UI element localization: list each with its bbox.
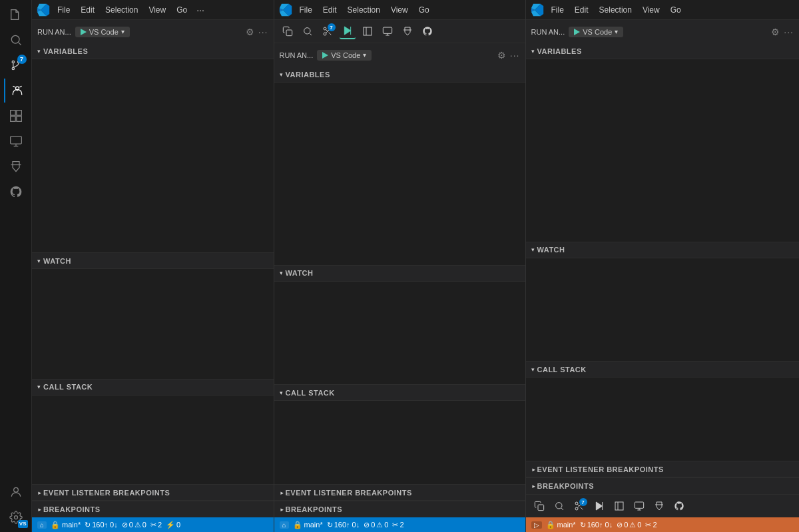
- flask-icon-right[interactable]: [651, 498, 667, 514]
- menu-item-edit-right[interactable]: Edit: [569, 4, 594, 16]
- status-debug-middle[interactable]: ✂2: [392, 521, 403, 529]
- menu-item-go-middle[interactable]: Go: [413, 4, 435, 16]
- run-config-button-right[interactable]: VS Code ▾: [569, 27, 623, 37]
- svg-rect-46: [635, 502, 643, 508]
- callstack-header-middle[interactable]: ▾ CALL STACK: [274, 385, 525, 401]
- gear-icon-middle[interactable]: ⚙: [497, 50, 506, 61]
- activity-icon-settings[interactable]: VS: [4, 505, 28, 529]
- status-remote-middle[interactable]: ⌂: [280, 521, 289, 529]
- breakpoints-header-right[interactable]: ▾ BREAKPOINTS: [526, 478, 800, 494]
- dots-icon-middle[interactable]: ···: [510, 50, 520, 61]
- menu-item-view-right[interactable]: View: [637, 4, 665, 16]
- breakpoints-header-left[interactable]: ▾ BREAKPOINTS: [32, 501, 274, 517]
- event-listener-section-middle: ▾ EVENT LISTENER BREAKPOINTS: [274, 485, 525, 501]
- watch-header-left[interactable]: ▾ WATCH: [32, 253, 274, 269]
- activity-icon-explorer[interactable]: [4, 3, 28, 27]
- event-listener-header-middle[interactable]: ▾ EVENT LISTENER BREAKPOINTS: [274, 485, 525, 501]
- run-config-button-left[interactable]: VS Code ▾: [75, 27, 130, 37]
- menu-item-view-left[interactable]: View: [143, 4, 171, 16]
- menu-item-file-left[interactable]: File: [52, 4, 75, 16]
- svg-point-37: [575, 502, 578, 505]
- layout-icon-middle[interactable]: [360, 23, 376, 39]
- menu-item-selection-left[interactable]: Selection: [100, 4, 143, 16]
- layout2-icon-right[interactable]: [631, 498, 647, 514]
- callstack-header-left[interactable]: ▾ CALL STACK: [32, 380, 274, 396]
- run-config-button-middle[interactable]: VS Code ▾: [317, 50, 372, 61]
- watch-header-middle[interactable]: ▾ WATCH: [274, 266, 525, 282]
- scissors-badge-icon-right[interactable]: 7: [571, 498, 587, 514]
- event-listener-title-middle: EVENT LISTENER BREAKPOINTS: [286, 489, 412, 497]
- layout2-icon-middle[interactable]: [380, 23, 396, 39]
- menu-item-selection-middle[interactable]: Selection: [342, 4, 386, 16]
- status-sync-right[interactable]: ↻160↑ 0↓: [580, 521, 613, 529]
- menu-item-edit-middle[interactable]: Edit: [318, 4, 342, 16]
- gear-icon-right[interactable]: ⚙: [771, 27, 780, 37]
- menu-item-go-right[interactable]: Go: [665, 4, 686, 16]
- activity-icon-remote[interactable]: [4, 129, 28, 153]
- menu-item-selection-right[interactable]: Selection: [594, 4, 637, 16]
- dots-icon-left[interactable]: ···: [258, 27, 268, 37]
- callstack-title-right: CALL STACK: [537, 366, 587, 374]
- variables-header-middle[interactable]: ▾ VARIABLES: [274, 67, 525, 83]
- variables-header-left[interactable]: ▾ VARIABLES: [32, 43, 274, 59]
- search-icon-right[interactable]: [551, 498, 567, 514]
- svg-rect-9: [16, 111, 21, 116]
- menu-item-edit-left[interactable]: Edit: [75, 4, 100, 16]
- flask-icon-middle[interactable]: [400, 23, 415, 39]
- variables-content-middle: [274, 83, 525, 265]
- activity-icon-test[interactable]: [4, 154, 28, 178]
- menu-dots-left[interactable]: ···: [192, 3, 208, 17]
- watch-header-right[interactable]: ▾ WATCH: [526, 242, 800, 258]
- menu-item-file-right[interactable]: File: [546, 4, 569, 16]
- status-errors-right[interactable]: ⊘0⚠0: [617, 521, 641, 529]
- activity-icon-extensions[interactable]: [4, 104, 28, 128]
- status-debug-right[interactable]: ✂2: [645, 521, 657, 529]
- breakpoints-section-left: ▾ BREAKPOINTS: [32, 501, 274, 517]
- status-branch-right[interactable]: 🔒main*: [546, 521, 576, 529]
- copy-icon-right[interactable]: [531, 498, 547, 514]
- variables-title-left: VARIABLES: [43, 47, 88, 55]
- config-label-middle: VS Code: [331, 51, 360, 59]
- event-listener-header-right[interactable]: ▾ EVENT LISTENER BREAKPOINTS: [526, 461, 800, 477]
- scissors-badge-icon-middle[interactable]: 7: [320, 23, 336, 39]
- menu-item-view-middle[interactable]: View: [386, 4, 413, 16]
- github-icon-right[interactable]: [671, 498, 687, 514]
- copy-icon-middle[interactable]: [280, 23, 296, 39]
- menu-item-go-left[interactable]: Go: [171, 4, 192, 16]
- status-branch-left[interactable]: 🔒 main*: [51, 521, 81, 529]
- status-debug-left[interactable]: ✂2: [150, 521, 162, 529]
- status-ports-left[interactable]: ⚡0: [166, 521, 180, 529]
- dots-icon-right[interactable]: ···: [784, 27, 794, 37]
- svg-line-36: [561, 508, 563, 510]
- svg-point-2: [12, 67, 14, 69]
- watch-section-right: ▾ WATCH: [526, 242, 800, 362]
- status-remote-left[interactable]: ⌂: [37, 521, 47, 529]
- activity-icon-debug[interactable]: [4, 79, 28, 103]
- github-icon-middle[interactable]: [419, 23, 435, 39]
- status-branch-middle[interactable]: 🔒main*: [293, 521, 323, 529]
- status-errors-middle[interactable]: ⊘0⚠0: [364, 521, 388, 529]
- status-errors-left[interactable]: ⊘0⚠0: [122, 521, 146, 529]
- status-debug-indicator-right[interactable]: ▷: [531, 521, 542, 529]
- debug-panel-left: File Edit Selection View Go ··· RUN AN..…: [32, 0, 274, 532]
- variables-title-middle: VARIABLES: [286, 71, 330, 79]
- gear-icon-left[interactable]: ⚙: [246, 27, 254, 37]
- callstack-section-middle: ▾ CALL STACK: [274, 385, 525, 484]
- breakpoints-header-middle[interactable]: ▾ BREAKPOINTS: [274, 501, 525, 517]
- watch-title-left: WATCH: [43, 257, 71, 265]
- activity-icon-github[interactable]: [4, 180, 28, 204]
- variables-header-right[interactable]: ▾ VARIABLES: [526, 43, 800, 59]
- debug-continue-icon-middle[interactable]: [340, 23, 356, 39]
- event-listener-header-left[interactable]: ▾ EVENT LISTENER BREAKPOINTS: [32, 485, 274, 501]
- debug-toolbar-middle: 7: [274, 20, 525, 43]
- activity-icon-account[interactable]: [4, 480, 28, 504]
- activity-icon-source-control[interactable]: 7: [4, 53, 28, 77]
- status-sync-middle[interactable]: ↻160↑ 0↓: [327, 521, 360, 529]
- debug-continue-icon-right[interactable]: [591, 498, 607, 514]
- activity-icon-search[interactable]: [4, 28, 28, 52]
- layout-icon-right[interactable]: [611, 498, 627, 514]
- search-icon-middle[interactable]: [300, 23, 316, 39]
- callstack-header-right[interactable]: ▾ CALL STACK: [526, 362, 800, 378]
- menu-item-file-middle[interactable]: File: [294, 4, 318, 16]
- status-sync-left[interactable]: ↻160↑ 0↓: [85, 521, 118, 529]
